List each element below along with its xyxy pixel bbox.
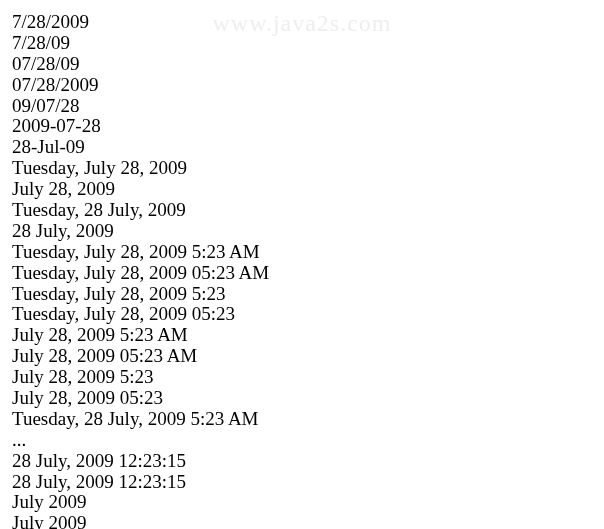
output-line: Tuesday, July 28, 2009 — [12, 158, 592, 179]
output-line: Tuesday, July 28, 2009 5:23 — [12, 284, 592, 305]
output-line: 28 July, 2009 12:23:15 — [12, 451, 592, 472]
output-line: Tuesday, July 28, 2009 05:23 AM — [12, 263, 592, 284]
output-line: 7/28/09 — [12, 33, 592, 54]
output-line: 2009-07-28 — [12, 116, 592, 137]
output-line: Tuesday, 28 July, 2009 5:23 AM — [12, 409, 592, 430]
output-line: Tuesday, July 28, 2009 5:23 AM — [12, 242, 592, 263]
output-line: July 28, 2009 05:23 AM — [12, 346, 592, 367]
output-line: 28 July, 2009 12:23:15 — [12, 472, 592, 493]
date-format-output: 7/28/2009 7/28/09 07/28/09 07/28/2009 09… — [12, 12, 592, 529]
output-line: July 28, 2009 5:23 AM — [12, 325, 592, 346]
output-line: 09/07/28 — [12, 96, 592, 117]
output-line: July 2009 — [12, 492, 592, 513]
output-line: July 28, 2009 05:23 — [12, 388, 592, 409]
output-line: July 28, 2009 5:23 — [12, 367, 592, 388]
output-line: July 28, 2009 — [12, 179, 592, 200]
output-line: July 2009 — [12, 513, 592, 529]
output-line: 07/28/2009 — [12, 75, 592, 96]
output-line: Tuesday, 28 July, 2009 — [12, 200, 592, 221]
output-line: Tuesday, July 28, 2009 05:23 — [12, 304, 592, 325]
output-line: 28 July, 2009 — [12, 221, 592, 242]
output-line: 7/28/2009 — [12, 12, 592, 33]
output-line: 07/28/09 — [12, 54, 592, 75]
output-line: ... — [12, 430, 592, 451]
output-line: 28-Jul-09 — [12, 137, 592, 158]
